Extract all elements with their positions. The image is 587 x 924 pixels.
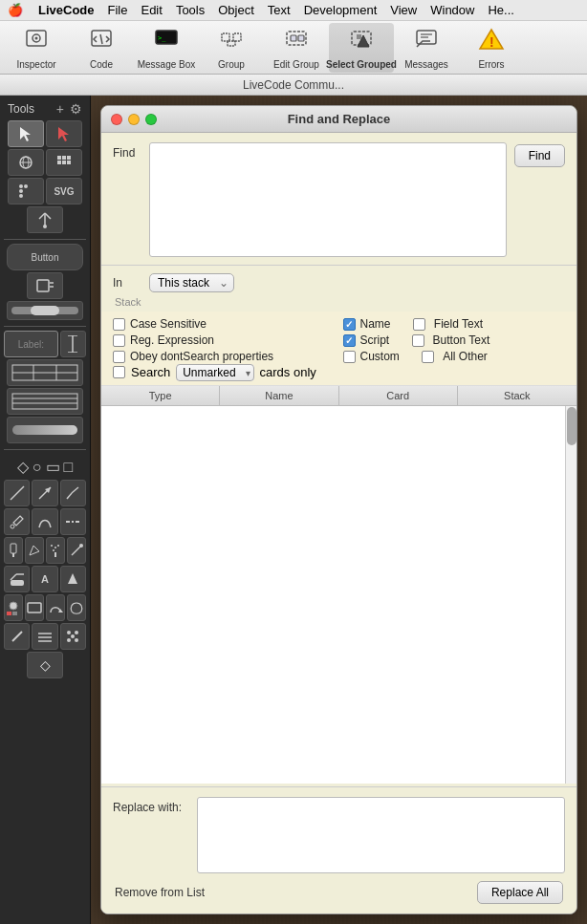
scrollbar-tool[interactable] [7,301,83,320]
menu-window[interactable]: Window [430,3,474,17]
checkbox-search[interactable] [113,366,125,378]
menu-livecode[interactable]: LiveCode [38,3,95,17]
pencil2-tool[interactable] [25,537,44,564]
add-tool-icon[interactable]: + [56,101,64,117]
replace-input[interactable] [197,797,565,873]
minimize-button[interactable] [128,114,140,125]
dot-tool[interactable] [8,178,44,204]
col-name: Name [220,386,338,405]
gradient-tool[interactable] [7,417,83,443]
brush-tool[interactable] [4,537,23,564]
menu-text[interactable]: Text [268,3,291,17]
toolbar-editgroup[interactable]: Edit Group [264,23,329,73]
checkbox-custom[interactable] [343,351,356,363]
svg-point-39 [43,225,47,228]
toolbar-messagebox[interactable]: >_ Message Box [134,23,199,73]
menu-bar: 🍎 LiveCode File Edit Tools Object Text D… [0,0,587,21]
toolbar: Inspector Code >_ Message Box [0,21,587,75]
table-tool[interactable] [7,359,83,386]
rotate-tool[interactable] [46,594,65,621]
toolbar-inspector[interactable]: Inspector [4,23,69,73]
fill-tool[interactable] [60,566,86,592]
lines-tool[interactable] [32,623,57,650]
options-section: Case Sensitive Name Field Text [101,312,576,386]
text-cursor-tool[interactable] [60,331,86,357]
list-tool[interactable] [7,388,83,415]
close-button[interactable] [111,114,122,125]
maximize-button[interactable] [145,114,157,125]
gear-icon[interactable]: ⚙ [70,101,82,117]
text-tool[interactable]: A [32,566,57,592]
menu-view[interactable]: View [390,3,417,17]
eyedropper-tool[interactable] [4,508,30,535]
menu-help[interactable]: He... [488,3,513,17]
dots-tool[interactable] [60,623,86,650]
apple-menu[interactable]: 🍎 [8,3,23,17]
checkbox-tool[interactable] [27,272,63,299]
toolbar-group[interactable]: Group [199,23,264,73]
globe-tool[interactable] [8,149,44,176]
circle-shape[interactable]: ○ [33,459,42,476]
rect-shape[interactable]: □ [64,459,74,476]
toolbar-errors[interactable]: ! Errors [459,23,524,73]
results-scrollbar[interactable] [565,406,576,784]
pencil-tool[interactable] [60,480,86,506]
checkbox-field-text[interactable] [413,318,425,331]
replace-all-button[interactable]: Replace All [477,881,563,904]
color-tool[interactable] [4,594,23,621]
scrollbar-thumb[interactable] [567,407,576,445]
svg-tool[interactable]: SVG [46,178,82,204]
checkbox-case-sensitive[interactable] [113,318,125,331]
menu-file[interactable]: File [108,3,128,17]
in-select[interactable]: This stack [149,273,234,292]
svg-text:>_: >_ [158,34,166,42]
curve-tool[interactable] [32,508,57,535]
slash-tool[interactable] [4,623,30,650]
checkbox-name[interactable] [343,318,356,331]
eraser-tool[interactable] [4,566,30,592]
svg-line-37 [39,213,45,219]
tools-panel: Tools + ⚙ [0,96,91,924]
checkbox-button-text[interactable] [412,334,424,347]
svg-rect-74 [12,612,17,615]
find-input[interactable] [149,142,507,257]
field-tool[interactable]: Label: [4,331,58,357]
svg-line-56 [11,486,24,500]
toolbar-messages[interactable]: Messages [394,23,459,73]
remove-from-list-button[interactable]: Remove from List [115,886,205,899]
menu-edit[interactable]: Edit [141,3,162,17]
rectangle2-tool[interactable] [25,594,44,621]
pointer-cross-tool[interactable] [46,120,82,147]
svg-rect-70 [11,580,24,586]
arrow-tool[interactable] [32,480,57,506]
lasso-tool[interactable] [67,594,86,621]
rounded-rect-shape[interactable]: ▭ [46,458,60,476]
dialog-title: Find and Replace [111,112,567,126]
pointer-tool[interactable] [8,120,44,147]
grid-align-tool[interactable] [46,149,82,176]
table-body[interactable] [101,406,576,784]
spray-tool[interactable] [46,537,65,564]
toolbar-code[interactable]: Code [69,23,134,73]
checkbox-script[interactable] [343,334,356,347]
find-button[interactable]: Find [514,144,565,167]
search-dropdown[interactable]: Unmarked [176,364,253,381]
checkbox-reg-expression[interactable] [113,334,125,347]
svg-rect-73 [7,612,11,615]
toolbar-selectgrouped[interactable]: Select Grouped [329,23,394,73]
button-tool[interactable]: Button [7,244,83,270]
diamond-shape[interactable]: ◇ [17,458,29,476]
checkbox-obey-dont[interactable] [113,351,125,363]
line-tool[interactable] [4,480,30,506]
diamond-tool[interactable]: ◇ [27,652,63,678]
svg-rect-12 [298,35,304,41]
option-custom-label: Custom [360,350,400,363]
pen-tool[interactable] [27,206,63,233]
menu-development[interactable]: Development [304,3,378,17]
menu-tools[interactable]: Tools [176,3,205,17]
checkbox-all-other[interactable] [422,351,434,363]
dash-tool[interactable] [60,508,86,535]
menu-object[interactable]: Object [218,3,254,17]
stack-label: Stack [113,296,565,308]
pen2-tool[interactable] [67,537,86,564]
